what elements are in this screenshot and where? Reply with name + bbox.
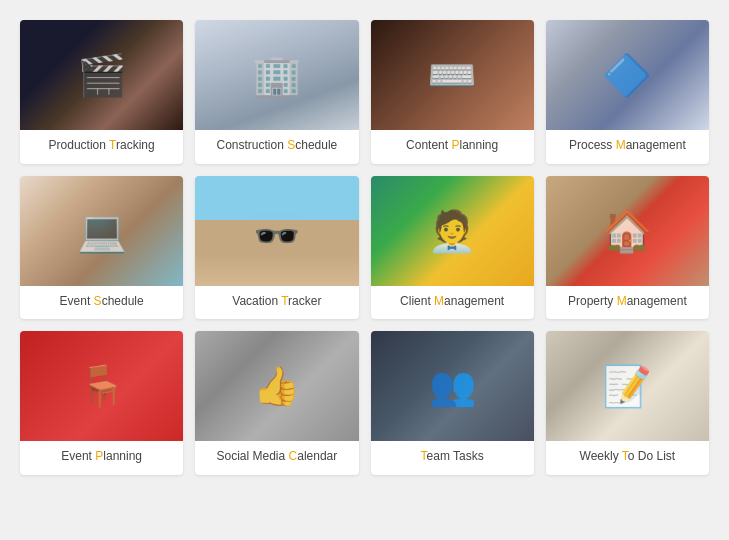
card-process-management[interactable]: Process Management — [546, 20, 709, 164]
card-team-tasks[interactable]: Team Tasks — [371, 331, 534, 475]
card-image-event-planning — [20, 331, 183, 441]
card-image-vacation-tracker — [195, 176, 358, 286]
card-label-construction-schedule: Construction Schedule — [195, 130, 358, 164]
card-label-social-media-calendar: Social Media Calendar — [195, 441, 358, 475]
card-content-planning[interactable]: Content Planning — [371, 20, 534, 164]
card-label-event-schedule: Event Schedule — [20, 286, 183, 320]
card-weekly-todo-list[interactable]: Weekly To Do List — [546, 331, 709, 475]
card-social-media-calendar[interactable]: Social Media Calendar — [195, 331, 358, 475]
card-image-content-planning — [371, 20, 534, 130]
card-image-process-management — [546, 20, 709, 130]
card-vacation-tracker[interactable]: Vacation Tracker — [195, 176, 358, 320]
card-image-construction-schedule — [195, 20, 358, 130]
card-image-client-management — [371, 176, 534, 286]
card-construction-schedule[interactable]: Construction Schedule — [195, 20, 358, 164]
card-label-production-tracking: Production Tracking — [20, 130, 183, 164]
card-image-production-tracking — [20, 20, 183, 130]
card-image-weekly-todo-list — [546, 331, 709, 441]
card-label-property-management: Property Management — [546, 286, 709, 320]
template-grid: Production TrackingConstruction Schedule… — [10, 10, 719, 485]
card-event-planning[interactable]: Event Planning — [20, 331, 183, 475]
card-image-property-management — [546, 176, 709, 286]
card-image-team-tasks — [371, 331, 534, 441]
card-image-social-media-calendar — [195, 331, 358, 441]
card-event-schedule[interactable]: Event Schedule — [20, 176, 183, 320]
card-label-content-planning: Content Planning — [371, 130, 534, 164]
card-label-weekly-todo-list: Weekly To Do List — [546, 441, 709, 475]
card-property-management[interactable]: Property Management — [546, 176, 709, 320]
card-label-vacation-tracker: Vacation Tracker — [195, 286, 358, 320]
card-label-client-management: Client Management — [371, 286, 534, 320]
card-image-event-schedule — [20, 176, 183, 286]
card-label-process-management: Process Management — [546, 130, 709, 164]
card-client-management[interactable]: Client Management — [371, 176, 534, 320]
card-label-event-planning: Event Planning — [20, 441, 183, 475]
card-production-tracking[interactable]: Production Tracking — [20, 20, 183, 164]
card-label-team-tasks: Team Tasks — [371, 441, 534, 475]
